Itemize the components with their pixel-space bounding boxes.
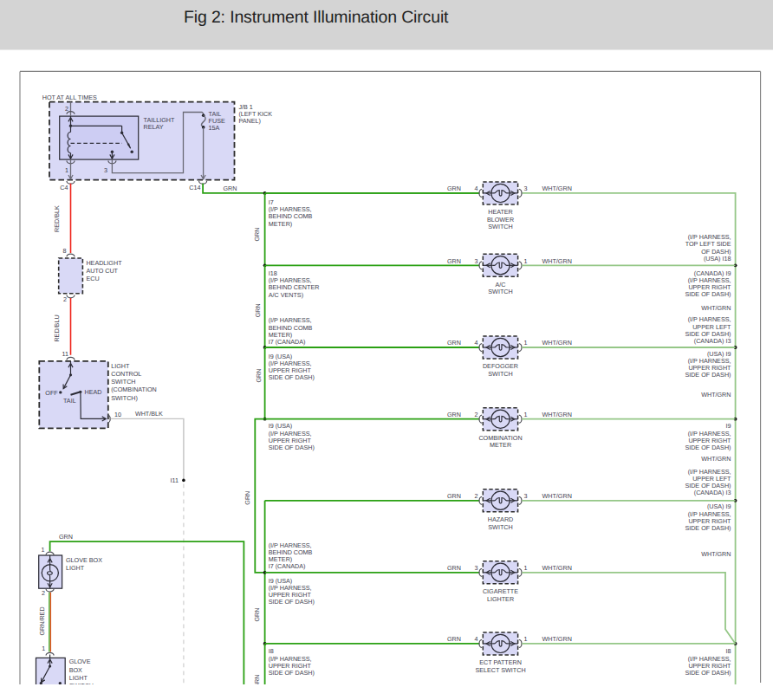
svg-text:CONTROL: CONTROL: [111, 370, 141, 378]
svg-text:WHT/GRN: WHT/GRN: [542, 411, 572, 418]
svg-text:3: 3: [104, 166, 107, 174]
svg-text:(CANADA) I3: (CANADA) I3: [694, 337, 731, 345]
svg-text:WHT/GRN: WHT/GRN: [542, 339, 572, 347]
svg-text:I11: I11: [171, 476, 179, 484]
svg-text:GLOVE BOX: GLOVE BOX: [66, 556, 102, 564]
svg-text:SWITCH: SWITCH: [111, 378, 135, 386]
svg-text:SWITCH: SWITCH: [488, 523, 512, 531]
svg-text:SWITCH: SWITCH: [488, 288, 512, 295]
svg-text:2: 2: [42, 589, 45, 597]
svg-text:(USA) I18: (USA) I18: [704, 255, 731, 262]
svg-text:1: 1: [65, 166, 68, 174]
svg-text:SIDE OF DASH): SIDE OF DASH): [685, 371, 731, 379]
svg-text:SIDE OF DASH): SIDE OF DASH): [269, 373, 315, 381]
svg-text:I7 (CANADA): I7 (CANADA): [269, 562, 306, 570]
svg-text:METER: METER: [490, 441, 511, 449]
svg-text:HOT AT ALL TIMES: HOT AT ALL TIMES: [42, 94, 97, 101]
svg-text:15A: 15A: [209, 124, 220, 132]
svg-text:4: 4: [475, 185, 478, 192]
svg-text:1: 1: [524, 635, 528, 643]
svg-text:RED/BLU: RED/BLU: [53, 314, 61, 341]
svg-text:C14: C14: [189, 184, 200, 191]
svg-text:SIDE OF DASH): SIDE OF DASH): [269, 598, 315, 606]
svg-text:SIDE OF DASH): SIDE OF DASH): [269, 444, 315, 451]
svg-text:HEAD: HEAD: [85, 388, 102, 396]
svg-text:WHT/GRN: WHT/GRN: [701, 550, 731, 558]
svg-text:WHT/GRN: WHT/GRN: [701, 455, 731, 463]
svg-text:GRN: GRN: [447, 492, 461, 500]
svg-text:GRN: GRN: [447, 411, 461, 418]
svg-text:GRN: GRN: [447, 185, 461, 192]
svg-text:WHT/GRN: WHT/GRN: [701, 391, 731, 399]
svg-text:WHT/GRN: WHT/GRN: [542, 564, 572, 572]
svg-text:4: 4: [475, 339, 478, 347]
svg-text:SIDE OF DASH): SIDE OF DASH): [685, 290, 731, 298]
svg-text:11: 11: [62, 350, 68, 358]
svg-text:GRN/RED: GRN/RED: [38, 606, 46, 635]
svg-text:WHT/GRN: WHT/GRN: [542, 635, 572, 643]
svg-text:GRN: GRN: [224, 185, 237, 192]
svg-text:GRN: GRN: [244, 491, 251, 505]
svg-text:SIDE OF DASH): SIDE OF DASH): [685, 669, 731, 677]
svg-text:GRN: GRN: [59, 533, 73, 541]
svg-text:PANEL): PANEL): [238, 117, 260, 125]
svg-text:SWITCH: SWITCH: [488, 223, 512, 230]
svg-text:GRN: GRN: [447, 564, 461, 572]
svg-text:SIDE OF DASH): SIDE OF DASH): [685, 524, 731, 532]
svg-text:WHT/GRN: WHT/GRN: [542, 257, 572, 265]
svg-text:GRN: GRN: [447, 635, 461, 643]
svg-text:ECU: ECU: [86, 275, 99, 282]
svg-text:8: 8: [63, 247, 67, 255]
svg-text:1: 1: [524, 411, 528, 418]
svg-text:WHT/GRN: WHT/GRN: [542, 185, 572, 192]
svg-text:(COMBINATION: (COMBINATION: [111, 386, 157, 393]
svg-text:LIGHT: LIGHT: [69, 674, 88, 682]
svg-text:SIDE OF DASH): SIDE OF DASH): [685, 444, 731, 451]
svg-text:A/C VENTS): A/C VENTS): [269, 291, 303, 299]
svg-text:GLOVE: GLOVE: [69, 658, 91, 665]
svg-text:3: 3: [475, 257, 478, 265]
svg-text:SWITCH): SWITCH): [111, 394, 138, 402]
svg-text:AUTO CUT: AUTO CUT: [86, 267, 118, 275]
svg-text:C4: C4: [60, 184, 68, 191]
svg-text:1: 1: [42, 645, 45, 652]
svg-text:3: 3: [524, 185, 528, 192]
svg-text:1: 1: [524, 339, 528, 347]
svg-text:2: 2: [63, 295, 67, 303]
svg-text:RELAY: RELAY: [144, 123, 164, 131]
svg-text:OFF: OFF: [45, 389, 58, 397]
svg-text:10: 10: [114, 411, 121, 418]
svg-text:2: 2: [475, 411, 478, 418]
svg-text:1: 1: [524, 564, 528, 572]
svg-text:WHT/BLK: WHT/BLK: [135, 410, 163, 418]
svg-text:LIGHT: LIGHT: [111, 362, 130, 370]
svg-text:LIGHTER: LIGHTER: [487, 595, 514, 603]
svg-text:3: 3: [475, 564, 478, 572]
svg-text:SIDE OF DASH): SIDE OF DASH): [269, 669, 315, 677]
svg-text:RED/BLK: RED/BLK: [53, 205, 61, 232]
svg-text:GRN: GRN: [254, 303, 262, 317]
svg-text:3: 3: [524, 492, 528, 500]
svg-text:GRN: GRN: [253, 228, 261, 242]
svg-text:I7 (CANADA): I7 (CANADA): [269, 338, 306, 346]
svg-text:GRN: GRN: [253, 608, 261, 622]
svg-text:Fig 2: Instrument Illumination: Fig 2: Instrument Illumination Circuit: [184, 8, 449, 27]
svg-text:SELECT SWITCH: SELECT SWITCH: [475, 666, 525, 674]
svg-text:HEADLIGHT: HEADLIGHT: [86, 259, 122, 267]
svg-text:1: 1: [524, 257, 528, 265]
svg-text:SWITCH: SWITCH: [488, 370, 512, 378]
svg-text:GRN: GRN: [255, 369, 263, 383]
svg-text:METER): METER): [269, 220, 293, 228]
svg-text:GRN: GRN: [447, 257, 461, 265]
svg-text:1: 1: [42, 546, 45, 554]
svg-text:WHT/GRN: WHT/GRN: [542, 492, 572, 500]
svg-text:BOX: BOX: [69, 666, 82, 674]
svg-text:4: 4: [475, 635, 478, 643]
svg-text:LIGHT: LIGHT: [66, 564, 85, 572]
svg-text:WHT/GRN: WHT/GRN: [701, 304, 731, 312]
svg-text:2: 2: [475, 492, 478, 500]
svg-text:GRN: GRN: [447, 339, 461, 347]
svg-text:TAIL: TAIL: [63, 397, 76, 405]
svg-text:(CANADA) I3: (CANADA) I3: [694, 489, 731, 496]
